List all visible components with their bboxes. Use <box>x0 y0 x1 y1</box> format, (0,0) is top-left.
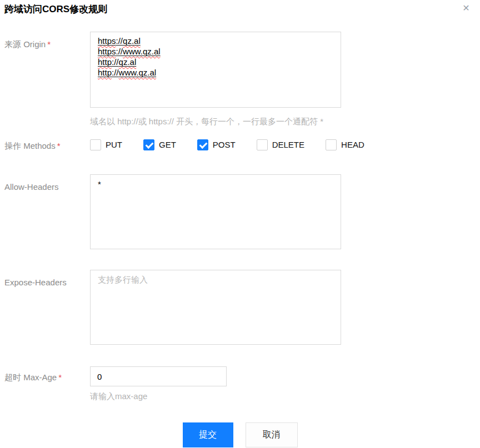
origin-textarea[interactable]: https://qz.al https://www.qz.al http://q… <box>90 32 341 108</box>
checkbox-icon[interactable] <box>90 139 101 150</box>
max-age-input[interactable] <box>90 366 227 386</box>
required-asterisk: * <box>47 39 51 49</box>
dialog-title: 跨域访问CORS修改规则 <box>4 3 476 15</box>
origin-line: https://www.qz.al <box>98 46 333 57</box>
origin-row: 来源 Origin* https://qz.al https://www.qz.… <box>4 32 476 127</box>
method-checkbox-put[interactable]: PUT <box>90 139 122 150</box>
max-age-help-text: 请输入max-age <box>90 391 476 401</box>
checkbox-icon[interactable] <box>257 139 268 150</box>
checkbox-icon[interactable] <box>326 139 337 150</box>
max-age-row: 超时 Max-Age* 请输入max-age <box>4 366 476 401</box>
method-checkbox-post[interactable]: POST <box>197 139 236 150</box>
close-icon[interactable]: ✕ <box>461 3 471 13</box>
checkbox-checked-icon[interactable] <box>143 139 154 150</box>
required-asterisk: * <box>57 141 61 150</box>
methods-row: 操作 Methods* PUT GET POST DELETE HEAD <box>4 139 476 151</box>
cancel-button[interactable]: 取消 <box>246 422 298 447</box>
dialog-header: 跨域访问CORS修改规则 ✕ <box>4 3 476 15</box>
origin-label: 来源 Origin* <box>4 32 90 49</box>
methods-checkbox-group: PUT GET POST DELETE HEAD <box>90 139 476 150</box>
expose-headers-row: Expose-Headers <box>4 270 476 347</box>
cors-edit-dialog: 跨域访问CORS修改规则 ✕ 来源 Origin* https://qz.al … <box>0 0 480 448</box>
origin-line: http://qz.al <box>98 57 333 67</box>
method-checkbox-delete[interactable]: DELETE <box>257 139 304 150</box>
submit-button[interactable]: 提交 <box>183 422 233 447</box>
origin-help-text: 域名以 http://或 https:// 开头，每行一个，一行最多一个通配符 … <box>90 116 476 127</box>
method-checkbox-head[interactable]: HEAD <box>326 139 364 150</box>
allow-headers-row: Allow-Headers * <box>4 174 476 251</box>
origin-line: http://www.qz.al <box>98 67 333 78</box>
allow-headers-textarea[interactable]: * <box>90 174 341 249</box>
dialog-actions: 提交 取消 <box>4 422 476 447</box>
origin-line: https://qz.al <box>98 36 333 46</box>
expose-headers-textarea[interactable] <box>90 270 341 345</box>
max-age-label: 超时 Max-Age* <box>4 366 90 382</box>
required-asterisk: * <box>58 373 62 382</box>
checkbox-checked-icon[interactable] <box>197 139 208 150</box>
allow-headers-label: Allow-Headers <box>4 174 90 192</box>
method-checkbox-get[interactable]: GET <box>143 139 176 150</box>
methods-label: 操作 Methods* <box>4 139 90 151</box>
expose-headers-label: Expose-Headers <box>4 270 90 288</box>
